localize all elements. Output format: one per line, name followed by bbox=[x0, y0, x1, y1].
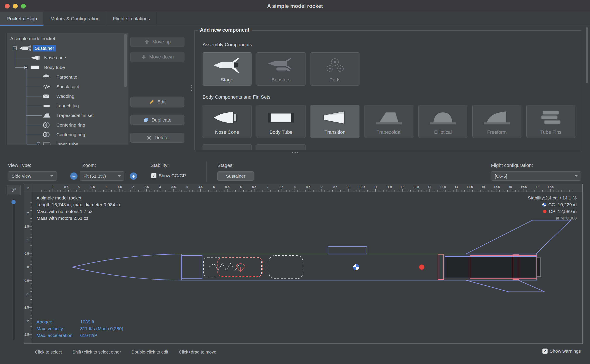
svg-text:13,5: 13,5 bbox=[440, 185, 446, 188]
svg-text:6,5: 6,5 bbox=[252, 185, 256, 188]
collapse-handle-icon[interactable] bbox=[37, 143, 40, 145]
show-warnings-row[interactable]: ✓ Show warnings bbox=[542, 349, 581, 354]
svg-text:8: 8 bbox=[294, 185, 296, 188]
tab-motors-configuration[interactable]: Motors & Configuration bbox=[44, 12, 106, 26]
motor-overhang bbox=[537, 258, 541, 277]
recovery-components[interactable] bbox=[203, 255, 303, 279]
vertical-splitter-grip[interactable] bbox=[191, 85, 193, 91]
svg-text:2,5: 2,5 bbox=[144, 185, 149, 188]
stability-text: Stability:2,4 cal / 14,1 % bbox=[528, 195, 577, 201]
window-scrollbar-thumb[interactable] bbox=[586, 27, 588, 83]
flight-configuration-dropdown[interactable]: [C6-5] bbox=[491, 171, 581, 181]
tree-item-inner-tube[interactable]: Inner Tube bbox=[7, 139, 127, 145]
move-up-label: Move up bbox=[152, 39, 171, 45]
close-window-button[interactable] bbox=[5, 4, 10, 8]
add-elliptical-button: Elliptical bbox=[418, 105, 467, 138]
edit-button[interactable]: Edit bbox=[130, 97, 184, 107]
parachute-icon bbox=[42, 74, 55, 80]
rotation-slider-thumb[interactable] bbox=[11, 200, 16, 204]
svg-text:7: 7 bbox=[267, 185, 268, 188]
show-cgcp-checkbox[interactable]: ✓ bbox=[151, 173, 156, 178]
add-pods-button: Pods bbox=[310, 52, 359, 85]
rocket-mass-empty-text: Mass with no motors 1,7 oz bbox=[36, 208, 120, 215]
status-hint: Click to select bbox=[35, 350, 62, 355]
svg-text:4,5: 4,5 bbox=[198, 185, 202, 188]
tree-connector-line bbox=[15, 43, 15, 46]
tree-item-centering-ring[interactable]: Centering ring bbox=[7, 130, 127, 139]
velocity-label: Max. velocity: bbox=[36, 325, 80, 332]
tree-scrollbar[interactable] bbox=[124, 34, 127, 144]
tree-scrollbar-thumb[interactable] bbox=[124, 34, 127, 87]
collapse-handle-icon[interactable] bbox=[25, 66, 28, 69]
view-type-dropdown[interactable]: Side view bbox=[8, 171, 57, 181]
add-nose-cone-button[interactable]: Nose Cone bbox=[202, 105, 252, 138]
tab-rocket-design[interactable]: Rocket design bbox=[0, 12, 44, 26]
rotation-slider[interactable] bbox=[13, 199, 15, 340]
launch-lug-shape[interactable] bbox=[328, 246, 367, 254]
zoom-window-button[interactable] bbox=[21, 4, 26, 8]
flight-configuration-value: [C6-5] bbox=[495, 174, 507, 179]
chevron-down-icon bbox=[575, 175, 578, 177]
svg-text:15,5: 15,5 bbox=[494, 185, 500, 188]
parachute-outline[interactable] bbox=[218, 258, 262, 277]
add-body-tube-button[interactable]: Body Tube bbox=[256, 105, 306, 138]
svg-text:1: 1 bbox=[105, 185, 107, 188]
window-scrollbar[interactable] bbox=[585, 27, 589, 150]
collapse-handle-icon[interactable] bbox=[13, 46, 17, 50]
nose-cone-shape[interactable] bbox=[72, 254, 181, 280]
tree-item-body-tube[interactable]: Body tube bbox=[7, 63, 127, 72]
mach-text: at M=0,300 bbox=[556, 215, 577, 221]
ring-icon bbox=[42, 131, 55, 138]
rocket-outline[interactable] bbox=[72, 220, 571, 292]
cg-text: CG: 10,229 in bbox=[548, 201, 577, 208]
svg-text:1: 1 bbox=[27, 238, 29, 242]
edit-label: Edit bbox=[157, 99, 166, 105]
zoom-out-button[interactable]: − bbox=[70, 172, 78, 180]
wadding-region[interactable] bbox=[269, 255, 303, 279]
duplicate-button[interactable]: Duplicate bbox=[130, 115, 184, 125]
tab-flight-simulations[interactable]: Flight simulations bbox=[106, 12, 157, 26]
upper-fin-shape[interactable] bbox=[466, 220, 571, 254]
innertube-icon bbox=[42, 141, 55, 145]
show-cgcp-checkbox-row[interactable]: ✓ Show CG/CP bbox=[151, 173, 186, 178]
zoom-dropdown[interactable]: Fit (51,3%) bbox=[80, 171, 124, 181]
stages-label: Stages: bbox=[217, 162, 234, 168]
svg-text:1,5: 1,5 bbox=[25, 225, 29, 228]
acceleration-value: 619 ft/s² bbox=[80, 332, 123, 339]
body-components-row: Nose ConeBody TubeTransitionTrapezoidalE… bbox=[202, 105, 575, 138]
delete-button[interactable]: Delete bbox=[130, 133, 184, 143]
show-warnings-checkbox[interactable]: ✓ bbox=[542, 349, 548, 354]
lower-fin-shape[interactable] bbox=[466, 280, 544, 292]
shock-cord-zigzag bbox=[209, 263, 239, 271]
tubefins-big-icon bbox=[527, 108, 575, 127]
traffic-lights bbox=[5, 4, 26, 8]
status-hints: Click to selectShift+click to select oth… bbox=[35, 350, 216, 355]
tree-connector-line bbox=[27, 77, 42, 77]
minimize-window-button[interactable] bbox=[13, 4, 18, 8]
nosecone-icon bbox=[30, 55, 42, 61]
add-transition-button[interactable]: Transition bbox=[310, 105, 359, 138]
tree-item-centering-ring[interactable]: Centering ring bbox=[7, 120, 127, 130]
svg-text:2: 2 bbox=[132, 185, 134, 188]
delete-label: Delete bbox=[154, 135, 168, 141]
tree-item-launch-lug[interactable]: Launch lug bbox=[7, 101, 127, 111]
add-component-button-partial[interactable] bbox=[202, 144, 252, 150]
tree-item-sustainer[interactable]: Sustainer bbox=[7, 43, 127, 53]
tree-item-wadding[interactable]: Wadding bbox=[7, 91, 127, 101]
tree-item-root[interactable]: A simple model rocket bbox=[7, 34, 127, 43]
zoom-in-button[interactable]: + bbox=[130, 172, 137, 180]
toolbar-divider bbox=[206, 162, 207, 182]
nosecone-big-icon bbox=[203, 108, 251, 127]
tree-item-trapezoidal-fin-set[interactable]: Trapezoidal fin set bbox=[7, 111, 127, 120]
tree-item-shock-cord[interactable]: Shock cord bbox=[7, 82, 127, 91]
horizontal-splitter-grip[interactable] bbox=[292, 152, 298, 153]
stage-toggle-sustainer[interactable]: Sustainer bbox=[217, 171, 254, 181]
tree-item-parachute[interactable]: Parachute bbox=[7, 72, 127, 82]
acceleration-label: Max. acceleration: bbox=[36, 332, 80, 339]
add-stage-button[interactable]: Stage bbox=[202, 52, 252, 85]
pods-icon bbox=[311, 56, 359, 75]
motor-tube[interactable] bbox=[445, 256, 537, 278]
status-hint: Double-click to edit bbox=[131, 350, 168, 355]
svg-text:0: 0 bbox=[27, 265, 29, 269]
add-component-button-partial[interactable] bbox=[256, 144, 306, 150]
